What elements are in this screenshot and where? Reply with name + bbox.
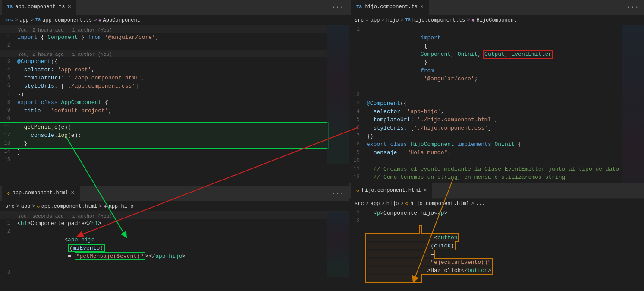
rbc-class: HijoComponent — [477, 17, 517, 23]
html-tab-icon: ◇ — [7, 190, 10, 196]
right-top-tab-bar: TS hijo.component.ts × ··· — [349, 0, 644, 15]
bc-html-icon: ◇ — [37, 204, 40, 209]
right-line-4: 4 selector: 'app-hijo', — [349, 108, 622, 116]
right-line-3: 3 @Component({ — [349, 99, 622, 108]
rbc-hijo: hijo — [386, 17, 399, 23]
html-line-3: 3 — [0, 269, 327, 277]
rbc-app: app — [371, 17, 380, 23]
right-top-minimap — [622, 25, 644, 183]
breadcrumb-class: AppComponent — [103, 17, 140, 23]
right-tab-more[interactable]: ··· — [623, 3, 642, 11]
left-top-editor-area: You, 2 hours ago | 1 author (You) 1 impo… — [0, 25, 349, 164]
right-line-11: 11 // Creamos el evento mediante la Clas… — [349, 165, 622, 173]
right-line-1: 1 import { Component, OnInit, Output, Ev… — [349, 25, 622, 91]
breadcrumb-ts-icon: TS — [35, 18, 41, 22]
tab-more-button[interactable]: ··· — [328, 3, 347, 11]
right-line-13: 13 @Output() miEvento = new EventEmitter… — [349, 181, 622, 183]
bottom-git-annotation: You, seconds ago | 1 author (You) — [0, 212, 327, 219]
right-line-10: 10 — [349, 157, 622, 165]
left-top-code-content[interactable]: You, 2 hours ago | 1 author (You) 1 impo… — [0, 25, 349, 164]
left-top-code-lines: You, 2 hours ago | 1 author (You) 1 impo… — [0, 25, 349, 164]
rbc-class-icon: ◆ — [471, 17, 474, 23]
tab-app-component-ts[interactable]: TS app.component.ts × — [2, 0, 76, 15]
right-top-breadcrumb: src > app > hijo > TS hijo.component.ts … — [349, 15, 644, 25]
left-panel: TS app.component.ts × ··· src > app > TS… — [0, 0, 349, 291]
hijo-html-label: hijo.component.html — [362, 187, 421, 193]
right-bottom-editor-area: 1 <p>Componente hijo</p> 2 <button (clic… — [349, 209, 644, 291]
rbc2-src: src — [355, 201, 364, 207]
hijo-tab-label: hijo.component.ts — [364, 4, 417, 10]
left-bottom-tab-bar: ◇ app.component.html × ··· — [0, 186, 349, 201]
right-line-9: 9 mensaje = "Hola mundo"; — [349, 149, 622, 157]
code-line-2: 2 — [0, 41, 327, 50]
code-line-1: 1 import { Component } from '@angular/co… — [0, 33, 327, 41]
left-top-tab-bar: TS app.component.ts × ··· — [0, 0, 349, 15]
code-line-4: 4 selector: 'app-root', — [0, 66, 327, 74]
right-line-12: 12 // Como tenemos un string, en mensaje… — [349, 173, 622, 181]
right-bottom-tab-bar: ◇ hijo.component.html × — [349, 183, 644, 199]
code-line-10: 10 — [0, 115, 327, 123]
hijo-tab-close[interactable]: × — [420, 3, 424, 10]
html-line-1: 1 <h1>Componente padre</h1> — [0, 219, 327, 228]
rbc2-app: app — [371, 201, 380, 207]
rbc-ts-icon: TS — [405, 18, 411, 22]
right-top-code-lines: 1 import { Component, OnInit, Output, Ev… — [349, 25, 644, 183]
bc-html-file: app.component.html — [41, 203, 97, 209]
git-annotation-3: You, 2 hours ago | 1 author (You) — [0, 50, 327, 57]
left-top-breadcrumb: src > app > TS app.component.ts > ◆ AppC… — [0, 15, 349, 25]
bc-src: src — [5, 203, 15, 209]
rbc2-html-icon: ◇ — [405, 200, 408, 207]
tab-label: app.component.ts — [15, 4, 65, 10]
code-line-11: 11 getMensaje(e){ 12 console.log(e); 13 … — [0, 123, 327, 148]
hijo-html-line-1: 1 <p>Componente hijo</p> — [349, 209, 622, 217]
breadcrumb-class-icon: ◆ — [98, 18, 101, 23]
left-top-minimap — [327, 25, 349, 164]
tab-html-label: app.component.html — [13, 190, 69, 196]
ts-icon: TS — [7, 4, 13, 9]
code-line-14: 14 } — [0, 148, 327, 156]
breadcrumb-app: app — [19, 17, 29, 23]
tab-html-close-icon[interactable]: × — [71, 190, 74, 196]
bc-component-icon: ◆ — [104, 203, 107, 209]
tab-app-component-html[interactable]: ◇ app.component.html × — [2, 186, 80, 201]
right-panel-inner: TS hijo.component.ts × ··· src > app > h… — [349, 0, 644, 291]
right-bottom-code-content[interactable]: 1 <p>Componente hijo</p> 2 <button (clic… — [349, 209, 644, 291]
bc-app: app — [21, 203, 31, 209]
left-bottom-code-lines: You, seconds ago | 1 author (You) 1 <h1>… — [0, 212, 349, 277]
hijo-html-icon: ◇ — [356, 188, 359, 193]
code-line-6: 6 styleUrls: ['./app.component.css'] — [0, 82, 327, 90]
left-bottom-breadcrumb: src > app > ◇ app.component.html > ◆ app… — [0, 201, 349, 212]
git-annotation-1: You, 2 hours ago | 1 author (You) — [0, 25, 327, 33]
right-line-6: 6 styleUrls: ['./hijo.component.css'] — [349, 124, 622, 132]
right-bottom-breadcrumb: src > app > hijo > ◇ hijo.component.html… — [349, 199, 644, 209]
right-line-7: 7 }) — [349, 132, 622, 140]
html-line-2: 2 <app-hijo (miEvento) = "getMensaje($ev… — [0, 228, 327, 269]
rbc2-html-file: hijo.component.html — [410, 201, 469, 207]
right-top-editor: TS hijo.component.ts × ··· src > app > h… — [349, 0, 644, 183]
hijo-ts-icon: TS — [356, 4, 362, 9]
getMensaje-highlight: "getMensaje($event)" — [75, 252, 145, 260]
rbc2-hijo: hijo — [386, 201, 399, 207]
rbc-src: src — [355, 17, 364, 23]
right-top-editor-area: 1 import { Component, OnInit, Output, Ev… — [349, 25, 644, 183]
rbc2-dots: ... — [476, 201, 485, 207]
tab-close-icon[interactable]: × — [67, 3, 71, 10]
tab-hijo-component-ts[interactable]: TS hijo.component.ts × — [351, 0, 429, 15]
code-line-7: 7 }) — [0, 90, 327, 98]
breadcrumb-src: src — [5, 18, 13, 22]
left-bottom-minimap — [327, 212, 349, 277]
left-bottom-editor-area: You, seconds ago | 1 author (You) 1 <h1>… — [0, 212, 349, 277]
bottom-tab-more[interactable]: ··· — [328, 190, 347, 197]
hijo-html-line-2: 2 <button (click) = "ejecutarEvento()" >… — [349, 217, 622, 291]
left-bottom-editor: ◇ app.component.html × ··· src > app > ◇… — [0, 186, 349, 291]
left-bottom-code-content[interactable]: You, seconds ago | 1 author (You) 1 <h1>… — [0, 212, 349, 277]
code-line-5: 5 templateUrl: './app.component.html', — [0, 74, 327, 82]
right-panel: TS hijo.component.ts × ··· src > app > h… — [349, 0, 644, 291]
breadcrumb-file: app.component.ts — [42, 17, 92, 23]
right-top-code-content[interactable]: 1 import { Component, OnInit, Output, Ev… — [349, 25, 644, 183]
miEvento-highlight: (miEvento) — [68, 244, 105, 252]
right-bottom-code-lines: 1 <p>Componente hijo</p> 2 <button (clic… — [349, 209, 644, 291]
tab-hijo-component-html[interactable]: ◇ hijo.component.html × — [351, 183, 432, 199]
bc-component: app-hijo — [109, 203, 134, 209]
hijo-html-close[interactable]: × — [423, 187, 427, 194]
